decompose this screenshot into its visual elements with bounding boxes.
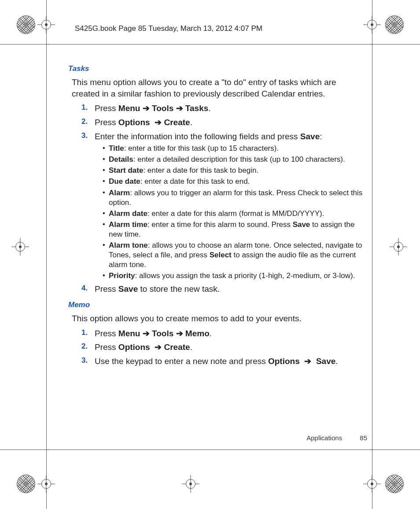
list-item: Due date: enter a date for this task to … <box>103 177 363 186</box>
registration-mark-icon <box>182 475 199 493</box>
arrow-icon: ➔ <box>143 329 150 338</box>
crop-line-left <box>46 0 47 509</box>
section-heading-memo: Memo <box>68 300 363 310</box>
crop-line-top <box>0 44 420 45</box>
step-3: 3. Enter the information into the follow… <box>81 131 363 281</box>
step-text: Press Options ➔ Create. <box>95 118 192 127</box>
page-footer: Applications 85 <box>306 434 367 442</box>
step-number: 1. <box>81 103 88 113</box>
crop-line-bottom <box>0 450 420 450</box>
arrow-icon: ➔ <box>143 104 150 113</box>
corner-hatch-icon <box>17 475 35 493</box>
tasks-steps: 1. Press Menu ➔ Tools ➔ Tasks. 2. Press … <box>81 103 363 295</box>
section-heading-tasks: Tasks <box>68 64 363 74</box>
step-text: Press Menu ➔ Tools ➔ Memo. <box>95 329 212 338</box>
header-text: S425G.book Page 85 Tuesday, March 13, 20… <box>75 24 262 33</box>
list-item: Alarm time: enter a time for this alarm … <box>103 220 363 239</box>
page-number: 85 <box>360 434 367 442</box>
list-item: Title: enter a title for this task (up t… <box>103 144 363 153</box>
registration-mark-icon <box>37 16 55 33</box>
arrow-icon: ➔ <box>176 329 183 338</box>
step-text: Use the keypad to enter a new note and p… <box>95 357 338 366</box>
tasks-intro: This menu option allows you to create a … <box>72 77 363 99</box>
list-item: Alarm: allows you to trigger an alarm fo… <box>103 188 363 208</box>
step-number: 1. <box>81 328 88 338</box>
arrow-icon: ➔ <box>155 118 162 127</box>
arrow-icon: ➔ <box>176 104 183 113</box>
step-number: 2. <box>81 342 88 352</box>
registration-mark-icon <box>390 238 407 256</box>
list-item: Alarm date: enter a date for this alarm … <box>103 209 363 219</box>
step-text: Press Save to store the new task. <box>95 284 220 294</box>
step-3: 3. Use the keypad to enter a new note an… <box>81 356 363 367</box>
step-number: 4. <box>81 283 88 294</box>
step-number: 3. <box>81 131 88 141</box>
list-item: Start date: enter a date for this task t… <box>103 166 363 175</box>
crop-line-right <box>372 0 372 509</box>
step-2: 2. Press Options ➔ Create. <box>81 117 363 128</box>
list-item: Alarm tone: allows you to choose an alar… <box>103 241 363 270</box>
field-list: Title: enter a title for this task (up t… <box>103 144 363 281</box>
corner-hatch-icon <box>385 15 404 34</box>
step-text: Enter the information into the following… <box>95 132 322 141</box>
registration-mark-icon <box>11 238 29 256</box>
page-body: Tasks This menu option allows you to cre… <box>68 64 363 370</box>
step-2: 2. Press Options ➔ Create. <box>81 342 363 353</box>
footer-section: Applications <box>306 434 342 442</box>
step-number: 3. <box>81 356 88 366</box>
registration-mark-icon <box>37 475 55 493</box>
arrow-icon: ➔ <box>155 342 162 352</box>
step-4: 4. Press Save to store the new task. <box>81 283 363 295</box>
step-number: 2. <box>81 117 88 127</box>
memo-intro: This option allows you to create memos t… <box>72 313 363 324</box>
registration-mark-icon <box>363 475 381 493</box>
arrow-icon: ➔ <box>304 357 311 366</box>
list-item: Details: enter a detailed description fo… <box>103 155 363 164</box>
step-1: 1. Press Menu ➔ Tools ➔ Memo. <box>81 328 363 339</box>
corner-hatch-icon <box>17 15 35 34</box>
step-text: Press Options ➔ Create. <box>95 342 192 352</box>
corner-hatch-icon <box>385 475 404 493</box>
step-text: Press Menu ➔ Tools ➔ Tasks. <box>95 104 211 113</box>
registration-mark-icon <box>363 16 381 33</box>
list-item: Priority: allows you assign the task a p… <box>103 271 363 281</box>
step-1: 1. Press Menu ➔ Tools ➔ Tasks. <box>81 103 363 114</box>
memo-steps: 1. Press Menu ➔ Tools ➔ Memo. 2. Press O… <box>81 328 363 367</box>
